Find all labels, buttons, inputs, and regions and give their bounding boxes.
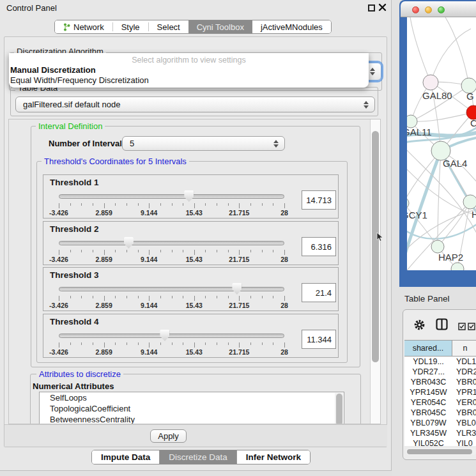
slider-tick: [149, 203, 150, 208]
table-cell[interactable]: YIL0: [452, 438, 476, 446]
attribute-list-item[interactable]: SelfLoops: [40, 392, 344, 403]
scrollbar-thumb[interactable]: [407, 449, 472, 454]
table-cell[interactable]: YDL19...: [404, 357, 452, 367]
table-cell[interactable]: YER0: [452, 397, 476, 408]
scrollbar-thumb[interactable]: [336, 394, 342, 424]
group-title: Attributes to discretize: [36, 369, 123, 379]
scrollbar-thumb[interactable]: [372, 131, 379, 362]
tab-network[interactable]: Network: [55, 20, 112, 33]
table-row[interactable]: YDL19...YDL1: [404, 357, 476, 367]
table-cell[interactable]: YER054C: [404, 397, 452, 408]
network-node[interactable]: [431, 240, 444, 253]
table-row[interactable]: YBR045CYBR0: [404, 408, 476, 418]
attribute-list-item[interactable]: TopologicalCoefficient: [40, 403, 344, 414]
slider-handle[interactable]: [124, 237, 134, 249]
threshold-value-field[interactable]: 11.344: [302, 330, 336, 349]
network-canvas[interactable]: GAL80GCGAL11GAL4GCY1HHAP2: [407, 17, 476, 270]
dropdown-item[interactable]: Manual Discretization: [10, 65, 96, 75]
zoom-traffic-light-icon[interactable]: [438, 6, 445, 13]
table-row[interactable]: YBL079WYBL0: [404, 418, 476, 428]
numerical-attributes-list[interactable]: SelfLoopsTopologicalCoefficientBetweenne…: [39, 392, 344, 424]
threshold-value-field[interactable]: 21.4: [302, 283, 336, 302]
numerical-attributes-label: Numerical Attributes: [33, 381, 114, 391]
table-cell[interactable]: YPR1: [452, 387, 476, 397]
apply-button[interactable]: Apply: [150, 429, 187, 443]
dropdown-item[interactable]: Equal Width/Frequency Discretization: [10, 75, 149, 85]
node-label: H: [472, 209, 476, 220]
slider-track[interactable]: [59, 194, 284, 199]
table-row[interactable]: YBR043CYBR0: [404, 377, 476, 387]
tab-impute-data[interactable]: Impute Data: [92, 450, 159, 464]
slider-handle[interactable]: [160, 330, 169, 341]
slider-tick: [160, 203, 161, 206]
network-node[interactable]: [423, 75, 438, 90]
table-data-combobox[interactable]: galFiltered.sif default node: [15, 96, 375, 112]
tab-style[interactable]: Style: [113, 20, 148, 33]
table-cell[interactable]: YBR0: [452, 408, 476, 418]
gear-icon[interactable]: [413, 319, 426, 334]
tab-discretize-data[interactable]: Discretize Data: [159, 450, 236, 464]
node-label: C: [470, 118, 476, 128]
table-row[interactable]: YIL052CYIL0: [404, 438, 476, 446]
slider-track[interactable]: [59, 287, 284, 291]
tab-cyni-toolbox[interactable]: Cyni Toolbox: [188, 20, 252, 33]
table-panel: shared...n YDL19...YDL1YDR27...YDR2YBR04…: [403, 309, 476, 460]
vertical-scrollbar[interactable]: [370, 119, 380, 424]
threshold-label: Threshold 1: [50, 178, 99, 187]
network-node[interactable]: [407, 115, 417, 128]
table-cell[interactable]: YDL1: [452, 357, 476, 367]
checkbox-icon[interactable]: [468, 321, 475, 333]
table-cell[interactable]: YBL0: [452, 418, 476, 428]
column-header[interactable]: shared...: [404, 341, 452, 356]
slider-track[interactable]: [59, 334, 284, 338]
table-cell[interactable]: YBR045C: [404, 408, 452, 418]
tab-label: Network: [73, 22, 104, 32]
slider-tick: [149, 342, 150, 348]
slider-tick: [115, 203, 116, 206]
tab-jactivemnodules[interactable]: jActiveMNodules: [252, 20, 331, 33]
table-cell[interactable]: YPR145W: [404, 387, 452, 397]
split-view-icon[interactable]: [436, 318, 448, 333]
slider-tick: [239, 250, 240, 255]
network-node[interactable]: [451, 263, 464, 270]
attribute-list-item[interactable]: BetweennessCentrality: [40, 414, 344, 424]
table-row[interactable]: YER054CYER0: [404, 397, 476, 408]
intervals-combobox[interactable]: 5: [122, 136, 285, 151]
table-cell[interactable]: YBL079W: [404, 418, 452, 428]
tab-select[interactable]: Select: [149, 20, 188, 33]
network-window-titlebar[interactable]: [401, 1, 476, 17]
table-cell[interactable]: YBR043C: [404, 377, 452, 387]
table-cell[interactable]: YDR27...: [404, 367, 452, 377]
slider-track[interactable]: [59, 241, 284, 245]
list-scrollbar[interactable]: [335, 393, 343, 424]
slider-handle[interactable]: [184, 190, 194, 202]
network-node[interactable]: [463, 195, 476, 209]
horizontal-scrollbar[interactable]: [406, 448, 476, 455]
checkbox-icon[interactable]: [458, 321, 466, 333]
slider-tick: [115, 296, 116, 298]
threshold-value-field[interactable]: 6.316: [302, 237, 336, 256]
slider-handle[interactable]: [232, 283, 242, 295]
table-cell[interactable]: YIL052C: [404, 438, 452, 446]
minimize-traffic-light-icon[interactable]: [425, 6, 432, 13]
table-row[interactable]: YPR145WYPR1: [404, 387, 476, 397]
table-row[interactable]: YLR345WYLR3: [404, 428, 476, 438]
tab-infer-network[interactable]: Infer Network: [236, 450, 310, 464]
close-icon[interactable]: [378, 3, 387, 12]
slider-tick: [104, 296, 105, 301]
float-window-icon[interactable]: [368, 4, 375, 12]
table-cell[interactable]: YBR0: [452, 377, 476, 387]
close-traffic-light-icon[interactable]: [412, 6, 419, 13]
slider-tick: [81, 203, 82, 206]
table-cell[interactable]: YDR2: [452, 367, 476, 377]
slider-tick: [284, 203, 285, 208]
table-row[interactable]: YDR27...YDR2: [404, 367, 476, 377]
slider-tick: [104, 203, 105, 208]
table-cell[interactable]: YLR3: [452, 428, 476, 438]
network-node[interactable]: [407, 197, 409, 209]
threshold-value-field[interactable]: 14.713: [302, 190, 336, 210]
column-header[interactable]: n: [452, 341, 476, 356]
slider-tick-label: 2.859: [88, 256, 120, 263]
slider-tick: [59, 203, 59, 208]
table-cell[interactable]: YLR345W: [404, 428, 452, 438]
